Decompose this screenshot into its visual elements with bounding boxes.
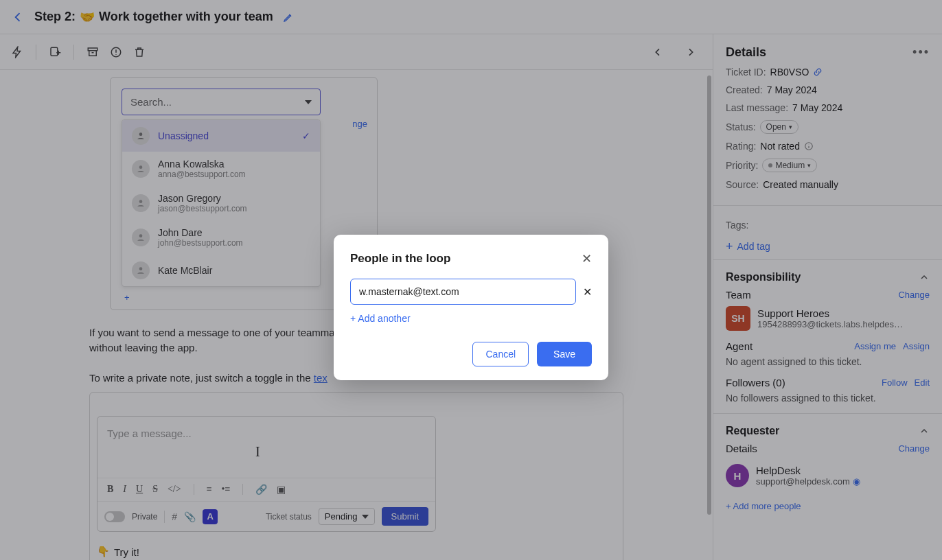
modal-title: People in the loop (350, 252, 450, 266)
remove-email-button[interactable]: ✕ (583, 285, 592, 299)
email-input[interactable] (350, 279, 576, 305)
cancel-button[interactable]: Cancel (472, 342, 529, 366)
add-another-link[interactable]: + Add another (350, 313, 411, 324)
save-button[interactable]: Save (537, 342, 592, 366)
modal-overlay[interactable]: People in the loop ✕ ✕ + Add another Can… (0, 0, 942, 560)
people-in-loop-modal: People in the loop ✕ ✕ + Add another Can… (334, 235, 608, 380)
close-icon[interactable]: ✕ (582, 251, 592, 266)
